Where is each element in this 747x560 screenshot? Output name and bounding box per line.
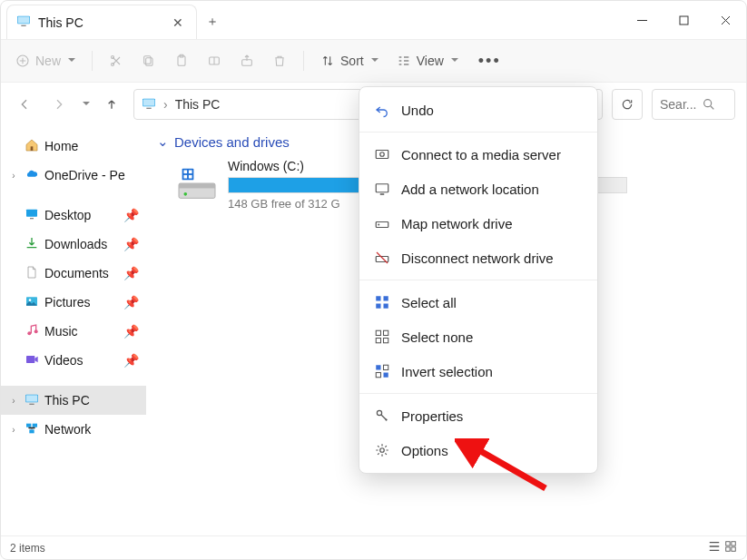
expand-icon[interactable]: › [8,425,19,435]
menu-item-label: Properties [401,408,463,424]
expand-icon[interactable]: › [8,396,19,406]
history-dropdown[interactable] [81,97,90,112]
sidebar-item-home[interactable]: Home [1,132,146,161]
svg-rect-27 [29,403,34,404]
navigation-sidebar: Home › OneDrive - Pe Desktop 📌 Downloads… [1,126,146,535]
menu-properties[interactable]: Properties [359,398,597,433]
up-button[interactable] [99,92,124,117]
new-tab-button[interactable]: ＋ [197,5,228,39]
sidebar-item-desktop[interactable]: Desktop 📌 [1,201,146,230]
forward-button[interactable] [46,92,72,117]
sidebar-item-videos[interactable]: Videos 📌 [1,346,146,375]
svg-rect-26 [26,395,37,401]
search-box[interactable]: Sear... [652,89,735,120]
rename-button[interactable] [200,48,229,74]
sidebar-item-music[interactable]: Music 📌 [1,317,146,346]
invert-selection-icon [374,363,390,379]
view-tiles-button[interactable] [721,540,737,555]
documents-icon [25,265,39,282]
pin-icon: 📌 [123,237,139,251]
refresh-button[interactable] [612,89,643,120]
svg-rect-43 [376,151,388,159]
svg-rect-60 [376,373,380,378]
svg-rect-14 [143,99,154,105]
music-icon [25,323,39,340]
sidebar-item-label: This PC [44,393,90,408]
menu-options[interactable]: Options [359,433,597,467]
svg-rect-1 [18,16,29,23]
menu-undo[interactable]: Undo [359,93,597,127]
svg-rect-45 [376,184,388,192]
minimize-button[interactable] [621,1,663,39]
svg-rect-28 [26,423,31,427]
view-button-label: View [417,54,444,68]
svg-rect-18 [26,209,37,216]
menu-map-network-drive[interactable]: Map network drive [359,206,597,241]
cut-button[interactable] [102,48,131,74]
menu-invert-selection[interactable]: Invert selection [359,354,597,388]
svg-point-62 [377,410,381,415]
back-button[interactable] [12,92,37,117]
delete-button[interactable] [265,48,294,74]
close-window-button[interactable] [704,1,746,39]
menu-item-label: Select none [401,329,473,345]
svg-rect-38 [189,175,192,179]
menu-connect-media-server[interactable]: Connect to a media server [359,137,597,172]
sidebar-item-this-pc[interactable]: › This PC [1,386,146,415]
svg-rect-29 [33,423,37,427]
svg-rect-57 [384,339,388,343]
expand-icon[interactable]: › [8,171,19,181]
status-item-count: 2 items [10,542,45,555]
new-button[interactable]: New [8,48,83,74]
sort-button[interactable]: Sort [313,48,386,74]
disconnect-drive-icon [374,250,390,266]
pin-icon: 📌 [123,266,139,280]
menu-item-label: Connect to a media server [401,147,561,162]
menu-item-label: Invert selection [401,364,493,379]
sidebar-item-label: Music [44,324,78,339]
menu-select-all[interactable]: Select all [359,285,597,319]
svg-point-63 [380,448,385,453]
more-context-menu: Undo Connect to a media server Add a net… [359,86,598,474]
view-details-button[interactable] [704,540,721,555]
menu-disconnect-network-drive[interactable]: Disconnect network drive [359,241,597,275]
select-none-icon [374,329,390,345]
sidebar-item-label: OneDrive - Pe [44,168,125,182]
svg-rect-52 [376,304,380,309]
maximize-button[interactable] [663,1,704,39]
svg-point-23 [34,329,38,333]
pictures-icon [25,294,39,311]
sidebar-item-downloads[interactable]: Downloads 📌 [1,230,146,259]
svg-rect-53 [384,304,388,309]
menu-add-network-location[interactable]: Add a network location [359,172,597,206]
search-placeholder: Sear... [660,97,696,112]
svg-rect-55 [384,330,388,335]
desktop-icon [25,207,39,224]
svg-rect-3 [680,16,688,25]
sort-button-label: Sort [340,54,364,68]
videos-icon [25,352,39,369]
svg-point-33 [183,192,187,196]
close-tab-icon[interactable]: ✕ [172,15,183,30]
svg-rect-59 [384,365,388,369]
sidebar-item-documents[interactable]: Documents 📌 [1,259,146,288]
window-tab[interactable]: This PC ✕ [6,5,197,39]
svg-point-48 [378,224,379,226]
menu-separator [359,393,597,394]
svg-rect-2 [21,25,25,26]
svg-rect-17 [31,146,34,151]
sidebar-item-network[interactable]: › Network [1,415,146,444]
view-button[interactable]: View [389,48,466,74]
paste-button[interactable] [167,48,196,74]
sidebar-item-onedrive[interactable]: › OneDrive - Pe [1,161,146,190]
menu-select-none[interactable]: Select none [359,319,597,354]
share-button[interactable] [232,48,261,74]
sidebar-item-pictures[interactable]: Pictures 📌 [1,288,146,317]
sidebar-item-label: Videos [44,353,84,368]
toolbar-separator [92,51,93,71]
svg-rect-58 [376,365,380,369]
copy-button[interactable] [134,48,163,74]
tab-title: This PC [38,15,84,30]
properties-icon [374,408,390,424]
media-server-icon [374,146,390,162]
